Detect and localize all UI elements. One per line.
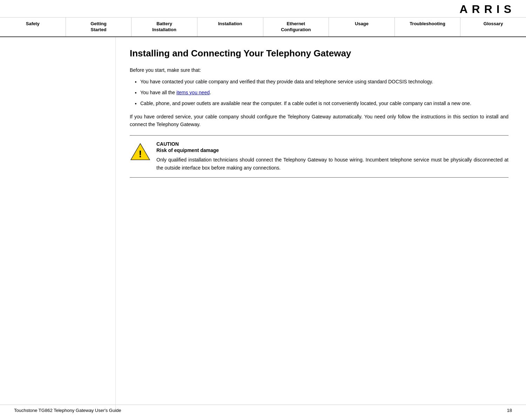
svg-text:!: ! <box>139 149 142 159</box>
nav-item-usage[interactable]: Usage <box>329 18 395 36</box>
bullet-item-1: You have contacted your cable company an… <box>140 78 508 85</box>
caution-text: Only qualified installation technicians … <box>156 156 508 172</box>
footer: Touchstone TG862 Telephony Gateway User'… <box>0 405 526 413</box>
bullet-item-3: Cable, phone, and power outlets are avai… <box>140 100 508 107</box>
bullet-text-1: You have contacted your cable company an… <box>140 79 433 84</box>
nav-item-ethernet-configuration[interactable]: EthernetConfiguration <box>263 18 329 36</box>
items-you-need-link[interactable]: items you need <box>176 90 210 95</box>
footer-left: Touchstone TG862 Telephony Gateway User'… <box>14 408 121 413</box>
caution-subtitle: Risk of equipment damage <box>156 147 508 153</box>
bullet-item-2: You have all the items you need. <box>140 89 508 96</box>
bullet-text-3: Cable, phone, and power outlets are avai… <box>140 101 471 106</box>
page-title: Installing and Connecting Your Telephony… <box>130 48 508 60</box>
bullet-list: You have contacted your cable company an… <box>140 78 508 107</box>
caution-title: CAUTION <box>156 141 508 147</box>
body-paragraph: If you have ordered service, your cable … <box>130 113 508 129</box>
footer-right: 18 <box>507 408 512 413</box>
arris-logo: ARRIS <box>459 3 515 16</box>
caution-content: CAUTION Risk of equipment damage Only qu… <box>156 141 508 172</box>
header: ARRIS <box>0 0 526 18</box>
bullet-text-2-prefix: You have all the <box>140 90 176 95</box>
caution-box: ! CAUTION Risk of equipment damage Only … <box>130 135 508 178</box>
nav-item-installation[interactable]: Installation <box>197 18 263 36</box>
nav-item-glossary[interactable]: Glossary <box>460 18 526 36</box>
intro-text: Before you start, make sure that: <box>130 67 508 74</box>
warning-triangle-icon: ! <box>130 141 151 162</box>
nav-item-safety[interactable]: Safety <box>0 18 66 36</box>
main-container: Installing and Connecting Your Telephony… <box>0 37 526 408</box>
content-area: Installing and Connecting Your Telephony… <box>116 37 526 408</box>
nav-item-troubleshooting[interactable]: Troubleshooting <box>395 18 461 36</box>
nav-item-battery-installation[interactable]: BatteryInstallation <box>132 18 197 36</box>
bullet-text-2-suffix: . <box>210 90 211 95</box>
nav-item-getting-started[interactable]: GettingStarted <box>66 18 132 36</box>
left-panel <box>0 37 116 408</box>
navigation: Safety GettingStarted BatteryInstallatio… <box>0 18 526 37</box>
